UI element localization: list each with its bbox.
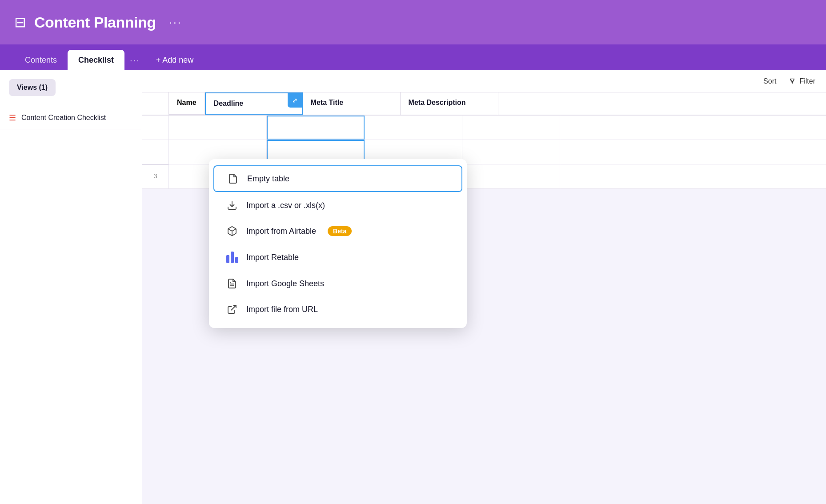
beta-badge: Beta xyxy=(328,226,352,236)
table-row xyxy=(142,116,826,140)
table-cell[interactable] xyxy=(462,116,560,140)
add-new-tab-button[interactable]: + Add new xyxy=(145,50,204,70)
dropdown-item-label: Import file from URL xyxy=(246,305,318,314)
row-number xyxy=(142,140,169,164)
dropdown-item-import-retable[interactable]: Import Retable xyxy=(213,244,462,270)
col-header-deadline: Deadline ⤢ xyxy=(205,92,303,115)
document-icon xyxy=(227,173,239,184)
app-title: Content Planning xyxy=(34,14,156,31)
download-icon xyxy=(226,200,238,211)
table-cell[interactable] xyxy=(267,116,365,140)
dropdown-item-label: Import from Airtable xyxy=(246,227,316,236)
checklist-icon: ☰ xyxy=(9,113,16,123)
sheets-icon xyxy=(226,278,238,289)
tab-contents[interactable]: Contents xyxy=(14,50,68,70)
main-content: Views (1) ☰ Content Creation Checklist S… xyxy=(0,70,826,504)
filter-button[interactable]: ⛛ Filter xyxy=(789,76,815,86)
dropdown-item-label: Empty table xyxy=(247,174,289,184)
sort-button[interactable]: Sort xyxy=(763,77,776,85)
sidebar: Views (1) ☰ Content Creation Checklist xyxy=(0,70,142,504)
tab-checklist[interactable]: Checklist xyxy=(68,50,124,70)
app-logo-icon: ⊟ xyxy=(14,14,26,31)
dropdown-item-import-csv[interactable]: Import a .csv or .xls(x) xyxy=(213,193,462,218)
dropdown-item-empty-table[interactable]: Empty table xyxy=(213,165,462,192)
retable-icon xyxy=(226,252,238,263)
external-link-icon xyxy=(226,304,238,315)
sidebar-item-checklist[interactable]: ☰ Content Creation Checklist xyxy=(0,107,142,129)
sidebar-item-label: Content Creation Checklist xyxy=(21,114,106,122)
dropdown-item-label: Import Google Sheets xyxy=(246,279,324,288)
header-more-button[interactable]: ··· xyxy=(169,16,182,28)
dropdown-item-label: Import a .csv or .xls(x) xyxy=(246,201,325,210)
table-cell[interactable] xyxy=(365,116,462,140)
dropdown-item-import-url[interactable]: Import file from URL xyxy=(213,297,462,322)
dropdown-item-import-airtable[interactable]: Import from Airtable Beta xyxy=(213,219,462,244)
dropdown-item-import-google-sheets[interactable]: Import Google Sheets xyxy=(213,271,462,296)
tab-bar: Contents Checklist ··· + Add new xyxy=(0,44,826,70)
col-header-meta-title: Meta Title xyxy=(303,92,401,115)
expand-icon[interactable]: ⤢ xyxy=(288,93,302,108)
table-cell[interactable] xyxy=(462,140,560,164)
add-new-dropdown: Empty table Import a .csv or .xls(x) xyxy=(209,159,467,328)
views-button[interactable]: Views (1) xyxy=(9,79,56,96)
row-number: 3 xyxy=(142,164,169,188)
col-header-name: Name xyxy=(169,92,205,115)
col-header-meta-desc: Meta Description xyxy=(401,92,498,115)
table-cell[interactable] xyxy=(462,164,560,188)
tab-more-button[interactable]: ··· xyxy=(124,50,145,70)
filter-icon: ⛛ xyxy=(789,76,797,86)
svg-line-4 xyxy=(231,305,236,310)
table-cell[interactable] xyxy=(169,116,267,140)
box-icon xyxy=(226,226,238,236)
row-number xyxy=(142,116,169,140)
dropdown-item-label: Import Retable xyxy=(246,253,299,262)
column-header-row: Name Deadline ⤢ Meta Title Meta Descript… xyxy=(142,92,826,116)
toolbar: Sort ⛛ Filter xyxy=(142,70,826,92)
app-header: ⊟ Content Planning ··· xyxy=(0,0,826,44)
